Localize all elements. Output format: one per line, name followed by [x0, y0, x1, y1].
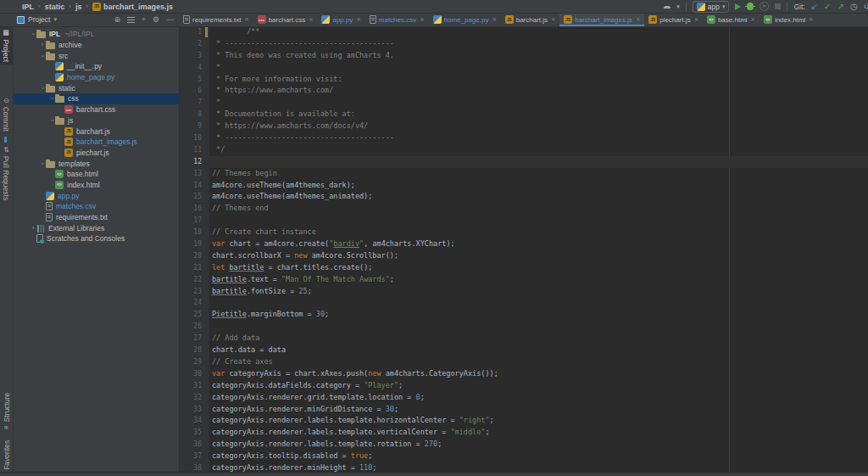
tree-chevron-icon[interactable]: › — [39, 53, 46, 59]
locate-file-icon[interactable]: ⊕ — [114, 15, 120, 24]
tree-item-archive[interactable]: ›archive — [13, 40, 179, 51]
tree-item-matches.csv[interactable]: matches.csv — [13, 201, 179, 212]
close-icon[interactable]: × — [244, 15, 248, 24]
debug-button[interactable] — [747, 3, 754, 10]
tree-chevron-icon[interactable]: › — [39, 160, 46, 167]
tree-item-js[interactable]: ›js — [13, 115, 179, 126]
tree-item-barchart.css[interactable]: barchart.css — [13, 104, 179, 115]
tab-base.html[interactable]: base.html× — [703, 13, 760, 26]
chevron-down-icon[interactable]: ▾ — [676, 3, 680, 10]
tree-item-label: js — [68, 116, 73, 125]
js-file-icon — [92, 3, 101, 11]
tab-home_page.py[interactable]: home_page.py× — [429, 13, 501, 26]
close-icon[interactable]: × — [420, 15, 424, 24]
stripe-item-favorites[interactable]: ★Favorites — [0, 438, 13, 476]
close-icon[interactable]: × — [357, 15, 361, 24]
code-token: ; — [420, 393, 425, 401]
git-push-icon[interactable]: ↗ — [837, 3, 843, 11]
history-clock-icon[interactable]: ◷ — [850, 2, 858, 11]
tree-chevron-icon[interactable]: › — [39, 85, 46, 92]
stripe-item-structure[interactable]: ≡Structure — [0, 390, 13, 432]
collapse-all-icon[interactable]: ÷ — [142, 15, 146, 24]
tree-item-index.html[interactable]: index.html — [13, 180, 179, 191]
stripe-item-pull-requests[interactable]: ⇄Pull Requests — [0, 144, 13, 203]
stripe-item-commit[interactable]: ⊙Commit — [0, 95, 13, 134]
close-icon[interactable]: × — [309, 15, 313, 24]
run-with-coverage-button[interactable] — [760, 2, 769, 11]
tree-item-css[interactable]: ›css — [13, 93, 179, 104]
tree-item-app.py[interactable]: app.py — [13, 190, 179, 201]
close-icon[interactable]: × — [751, 15, 755, 24]
chevron-down-icon[interactable]: ▾ — [53, 16, 57, 23]
code-line-15: 15am4core.useTheme(am4themes_animated); — [179, 191, 868, 203]
expand-all-icon[interactable] — [127, 17, 135, 23]
code-line-text: categoryAxis.renderer.minGridDistance = … — [209, 404, 868, 416]
tree-item-src[interactable]: ›src — [13, 50, 179, 61]
tree-item-piechart.js[interactable]: piechart.js — [13, 148, 179, 159]
run-button[interactable] — [735, 3, 741, 10]
breadcrumb-file[interactable]: barchart_images.js — [92, 3, 173, 11]
tab-barchart.js[interactable]: barchart.js× — [501, 13, 560, 26]
tree-item-label: barchart_images.js — [76, 137, 137, 146]
tree-item-label: index.html — [67, 181, 100, 189]
tab-piechart.js[interactable]: piechart.js× — [644, 13, 703, 26]
tree-item-scratches-and-consoles[interactable]: Scratches and Consoles — [13, 233, 179, 244]
breadcrumb-item-ipl[interactable]: IPL — [22, 3, 34, 11]
tab-matches.csv[interactable]: matches.csv× — [365, 13, 429, 26]
tab-index.html[interactable]: index.html× — [760, 13, 818, 26]
tree-chevron-icon[interactable]: › — [30, 225, 36, 232]
git-update-icon[interactable]: ↙ — [811, 3, 818, 11]
code-line-22: 22bartitle.text = "Man Of The Match Awar… — [179, 274, 868, 286]
stripe-item-project[interactable]: ▦Project — [0, 27, 13, 64]
user-account-icon[interactable] — [664, 5, 670, 8]
tree-item-home_page.py[interactable]: home_page.py — [13, 72, 179, 83]
revert-icon[interactable]: ↺ — [864, 2, 868, 11]
tree-item-static[interactable]: ›static — [13, 82, 179, 93]
code-line-text: // Create chart instance — [209, 227, 868, 238]
breadcrumb-item-js[interactable]: js — [75, 3, 82, 11]
tree-item-__init__.py[interactable]: __init__.py — [13, 61, 179, 72]
stripe-activity-indicator — [4, 137, 7, 143]
hide-panel-icon[interactable]: — — [166, 15, 174, 24]
tree-item-barchart.js[interactable]: barchart.js — [13, 126, 179, 137]
close-icon[interactable]: × — [551, 15, 555, 24]
tab-barchart_images.js[interactable]: barchart_images.js× — [559, 13, 644, 26]
code-token: // Add data — [212, 333, 259, 342]
stop-button[interactable] — [775, 3, 781, 9]
code-token: 270 — [425, 440, 437, 448]
tree-chevron-icon[interactable]: › — [39, 42, 46, 48]
code-line-17: 17 — [179, 215, 868, 227]
tree-chevron-icon[interactable]: › — [48, 95, 55, 102]
tree-item-base.html[interactable]: base.html — [13, 169, 179, 180]
run-config-selector[interactable]: app ▾ — [693, 1, 730, 13]
code-line-2: 2 * ------------------------------------… — [179, 38, 868, 50]
code-line-text: Pietitle.marginBottom = 30; — [209, 309, 868, 321]
breadcrumb-item-static[interactable]: static — [45, 3, 65, 11]
code-token: categoryAxis = chart.xAxes.push( — [225, 369, 368, 378]
code-editor[interactable]: 1 /**2 * -------------------------------… — [179, 26, 868, 476]
close-icon[interactable]: × — [809, 15, 813, 24]
tree-chevron-icon[interactable]: › — [48, 117, 55, 124]
code-line-text: am4core.useTheme(am4themes_dark); — [209, 180, 868, 192]
gear-icon[interactable]: ⚙ — [153, 15, 159, 24]
project-panel-header[interactable]: Project ▾ ⊕ ÷ ⚙ — — [13, 13, 179, 26]
git-commit-icon[interactable]: ✓ — [824, 3, 831, 11]
tree-item-external-libraries[interactable]: ›External Libraries — [13, 222, 179, 233]
tree-item-ipl[interactable]: ›IPL~/IPL/IPL — [13, 29, 179, 40]
tree-item-templates[interactable]: ›templates — [13, 158, 179, 169]
code-token: "Man Of The Match Awards" — [281, 275, 390, 283]
close-icon[interactable]: × — [694, 15, 698, 24]
tab-app.py[interactable]: app.py× — [317, 13, 364, 26]
project-tree[interactable]: ›IPL~/IPL/IPL›archive›src__init__.pyhome… — [13, 26, 180, 473]
tool-window-stripe: ▦Project⊙Commit⇄Pull Requests≡Structure★… — [0, 13, 14, 473]
tree-item-barchart_images.js[interactable]: barchart_images.js — [13, 137, 179, 148]
tree-chevron-icon[interactable]: › — [30, 31, 36, 37]
tab-barchart.css[interactable]: barchart.css× — [253, 13, 318, 26]
code-token: // Create chart instance — [212, 227, 316, 236]
close-icon[interactable]: × — [636, 15, 640, 24]
code-line-text: * Documentation is available at: — [209, 109, 868, 120]
second-toolbar-row: Project ▾ ⊕ ÷ ⚙ — requirements.txt×barch… — [0, 13, 868, 27]
tree-item-requirements.txt[interactable]: requirements.txt — [13, 212, 179, 223]
close-icon[interactable]: × — [492, 15, 496, 24]
tab-requirements.txt[interactable]: requirements.txt× — [179, 13, 253, 26]
